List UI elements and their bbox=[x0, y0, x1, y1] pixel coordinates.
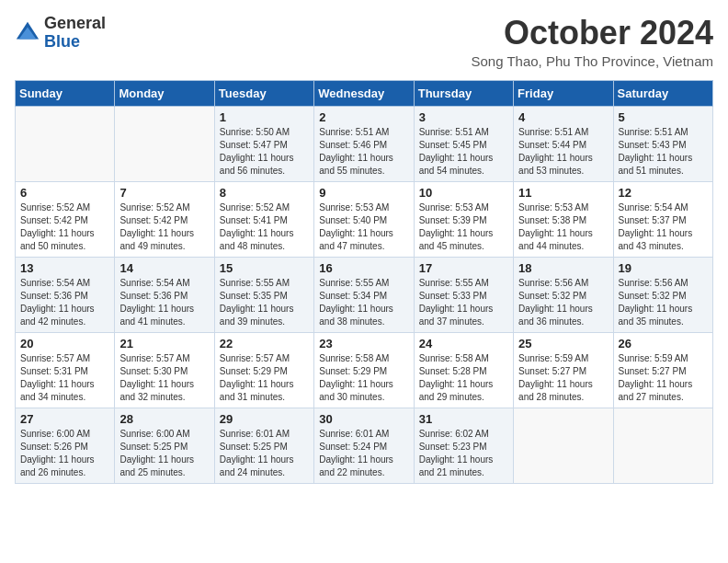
day-number: 23 bbox=[319, 337, 408, 350]
calendar-cell: 28Sunrise: 6:00 AMSunset: 5:25 PMDayligh… bbox=[115, 408, 214, 483]
day-info: Sunrise: 5:52 AMSunset: 5:42 PMDaylight:… bbox=[20, 201, 109, 253]
calendar-week-row: 6Sunrise: 5:52 AMSunset: 5:42 PMDaylight… bbox=[16, 181, 713, 257]
calendar-cell: 10Sunrise: 5:53 AMSunset: 5:39 PMDayligh… bbox=[414, 181, 513, 257]
day-number: 26 bbox=[619, 337, 708, 350]
day-info: Sunrise: 5:56 AMSunset: 5:32 PMDaylight:… bbox=[518, 277, 608, 328]
calendar-cell: 22Sunrise: 5:57 AMSunset: 5:29 PMDayligh… bbox=[214, 332, 313, 408]
day-info: Sunrise: 5:54 AMSunset: 5:37 PMDaylight:… bbox=[619, 201, 708, 253]
day-number: 1 bbox=[220, 110, 309, 124]
day-of-week-friday: Friday bbox=[514, 80, 613, 106]
day-number: 5 bbox=[619, 110, 708, 124]
day-info: Sunrise: 5:51 AMSunset: 5:46 PMDaylight:… bbox=[319, 126, 408, 178]
day-number: 4 bbox=[518, 110, 608, 124]
day-info: Sunrise: 5:51 AMSunset: 5:43 PMDaylight:… bbox=[619, 126, 708, 178]
day-number: 6 bbox=[20, 186, 109, 200]
logo-icon bbox=[15, 20, 40, 46]
calendar-table: SundayMondayTuesdayWednesdayThursdayFrid… bbox=[15, 80, 713, 484]
day-number: 3 bbox=[419, 110, 508, 124]
calendar-cell: 11Sunrise: 5:53 AMSunset: 5:38 PMDayligh… bbox=[514, 181, 613, 257]
calendar-cell: 19Sunrise: 5:56 AMSunset: 5:32 PMDayligh… bbox=[613, 257, 712, 332]
day-info: Sunrise: 5:56 AMSunset: 5:32 PMDaylight:… bbox=[619, 277, 708, 328]
calendar-week-row: 27Sunrise: 6:00 AMSunset: 5:26 PMDayligh… bbox=[16, 408, 713, 483]
day-number: 10 bbox=[419, 186, 508, 200]
calendar-week-row: 20Sunrise: 5:57 AMSunset: 5:31 PMDayligh… bbox=[16, 332, 713, 408]
calendar-cell: 15Sunrise: 5:55 AMSunset: 5:35 PMDayligh… bbox=[214, 257, 313, 332]
calendar-cell: 18Sunrise: 5:56 AMSunset: 5:32 PMDayligh… bbox=[514, 257, 613, 332]
day-number: 17 bbox=[419, 261, 508, 275]
calendar-cell: 30Sunrise: 6:01 AMSunset: 5:24 PMDayligh… bbox=[314, 408, 414, 483]
day-info: Sunrise: 5:50 AMSunset: 5:47 PMDaylight:… bbox=[220, 126, 309, 178]
day-number: 22 bbox=[220, 337, 309, 350]
calendar-cell: 31Sunrise: 6:02 AMSunset: 5:23 PMDayligh… bbox=[414, 408, 513, 483]
calendar-header-row: SundayMondayTuesdayWednesdayThursdayFrid… bbox=[16, 80, 713, 106]
calendar-cell: 12Sunrise: 5:54 AMSunset: 5:37 PMDayligh… bbox=[613, 181, 712, 257]
calendar-cell: 16Sunrise: 5:55 AMSunset: 5:34 PMDayligh… bbox=[314, 257, 414, 332]
day-of-week-thursday: Thursday bbox=[414, 80, 513, 106]
calendar-cell: 21Sunrise: 5:57 AMSunset: 5:30 PMDayligh… bbox=[115, 332, 214, 408]
calendar-week-row: 1Sunrise: 5:50 AMSunset: 5:47 PMDaylight… bbox=[16, 106, 713, 181]
calendar-cell: 7Sunrise: 5:52 AMSunset: 5:42 PMDaylight… bbox=[115, 181, 214, 257]
day-info: Sunrise: 5:53 AMSunset: 5:40 PMDaylight:… bbox=[319, 201, 408, 253]
day-number: 15 bbox=[220, 261, 309, 275]
day-number: 13 bbox=[20, 261, 109, 275]
calendar-cell: 24Sunrise: 5:58 AMSunset: 5:28 PMDayligh… bbox=[414, 332, 513, 408]
page-header: General Blue October 2024 Song Thao, Phu… bbox=[15, 15, 713, 69]
calendar-cell: 4Sunrise: 5:51 AMSunset: 5:44 PMDaylight… bbox=[514, 106, 613, 181]
day-info: Sunrise: 5:58 AMSunset: 5:29 PMDaylight:… bbox=[319, 352, 408, 404]
calendar-cell: 9Sunrise: 5:53 AMSunset: 5:40 PMDaylight… bbox=[314, 181, 414, 257]
day-info: Sunrise: 6:01 AMSunset: 5:24 PMDaylight:… bbox=[319, 428, 408, 479]
day-number: 30 bbox=[319, 412, 408, 426]
calendar-cell: 23Sunrise: 5:58 AMSunset: 5:29 PMDayligh… bbox=[314, 332, 414, 408]
day-number: 28 bbox=[119, 412, 209, 426]
calendar-cell: 6Sunrise: 5:52 AMSunset: 5:42 PMDaylight… bbox=[16, 181, 115, 257]
day-number: 18 bbox=[518, 261, 608, 275]
day-info: Sunrise: 5:59 AMSunset: 5:27 PMDaylight:… bbox=[518, 352, 608, 404]
day-info: Sunrise: 5:52 AMSunset: 5:42 PMDaylight:… bbox=[119, 201, 209, 253]
day-of-week-saturday: Saturday bbox=[613, 80, 712, 106]
day-info: Sunrise: 5:51 AMSunset: 5:45 PMDaylight:… bbox=[419, 126, 508, 178]
calendar-cell bbox=[16, 106, 115, 181]
day-info: Sunrise: 6:02 AMSunset: 5:23 PMDaylight:… bbox=[419, 428, 508, 479]
logo-text: General Blue bbox=[44, 15, 106, 52]
calendar-cell: 26Sunrise: 5:59 AMSunset: 5:27 PMDayligh… bbox=[613, 332, 712, 408]
day-info: Sunrise: 6:00 AMSunset: 5:26 PMDaylight:… bbox=[20, 428, 109, 479]
day-number: 2 bbox=[319, 110, 408, 124]
day-of-week-monday: Monday bbox=[115, 80, 214, 106]
day-info: Sunrise: 5:57 AMSunset: 5:31 PMDaylight:… bbox=[20, 352, 109, 404]
calendar-cell: 20Sunrise: 5:57 AMSunset: 5:31 PMDayligh… bbox=[16, 332, 115, 408]
day-number: 25 bbox=[518, 337, 608, 350]
calendar-cell: 29Sunrise: 6:01 AMSunset: 5:25 PMDayligh… bbox=[214, 408, 313, 483]
day-of-week-wednesday: Wednesday bbox=[314, 80, 414, 106]
calendar-cell bbox=[613, 408, 712, 483]
day-info: Sunrise: 5:54 AMSunset: 5:36 PMDaylight:… bbox=[20, 277, 109, 328]
title-block: October 2024 Song Thao, Phu Tho Province… bbox=[471, 15, 713, 69]
day-info: Sunrise: 5:54 AMSunset: 5:36 PMDaylight:… bbox=[119, 277, 209, 328]
day-info: Sunrise: 5:55 AMSunset: 5:35 PMDaylight:… bbox=[220, 277, 309, 328]
calendar-cell: 1Sunrise: 5:50 AMSunset: 5:47 PMDaylight… bbox=[214, 106, 313, 181]
day-number: 16 bbox=[319, 261, 408, 275]
calendar-cell: 2Sunrise: 5:51 AMSunset: 5:46 PMDaylight… bbox=[314, 106, 414, 181]
calendar-cell bbox=[115, 106, 214, 181]
day-of-week-sunday: Sunday bbox=[16, 80, 115, 106]
calendar-cell bbox=[514, 408, 613, 483]
day-info: Sunrise: 5:58 AMSunset: 5:28 PMDaylight:… bbox=[419, 352, 508, 404]
day-number: 8 bbox=[220, 186, 309, 200]
month-title: October 2024 bbox=[471, 15, 713, 52]
logo-general: General bbox=[44, 15, 106, 33]
calendar-week-row: 13Sunrise: 5:54 AMSunset: 5:36 PMDayligh… bbox=[16, 257, 713, 332]
day-number: 14 bbox=[119, 261, 209, 275]
day-number: 24 bbox=[419, 337, 508, 350]
calendar-cell: 3Sunrise: 5:51 AMSunset: 5:45 PMDaylight… bbox=[414, 106, 513, 181]
day-info: Sunrise: 5:53 AMSunset: 5:39 PMDaylight:… bbox=[419, 201, 508, 253]
day-number: 20 bbox=[20, 337, 109, 350]
calendar-cell: 5Sunrise: 5:51 AMSunset: 5:43 PMDaylight… bbox=[613, 106, 712, 181]
day-number: 29 bbox=[220, 412, 309, 426]
day-info: Sunrise: 5:55 AMSunset: 5:34 PMDaylight:… bbox=[319, 277, 408, 328]
location: Song Thao, Phu Tho Province, Vietnam bbox=[471, 53, 713, 69]
day-number: 12 bbox=[619, 186, 708, 200]
day-info: Sunrise: 5:52 AMSunset: 5:41 PMDaylight:… bbox=[220, 201, 309, 253]
calendar-cell: 13Sunrise: 5:54 AMSunset: 5:36 PMDayligh… bbox=[16, 257, 115, 332]
day-info: Sunrise: 5:59 AMSunset: 5:27 PMDaylight:… bbox=[619, 352, 708, 404]
day-info: Sunrise: 6:00 AMSunset: 5:25 PMDaylight:… bbox=[119, 428, 209, 479]
day-number: 31 bbox=[419, 412, 508, 426]
